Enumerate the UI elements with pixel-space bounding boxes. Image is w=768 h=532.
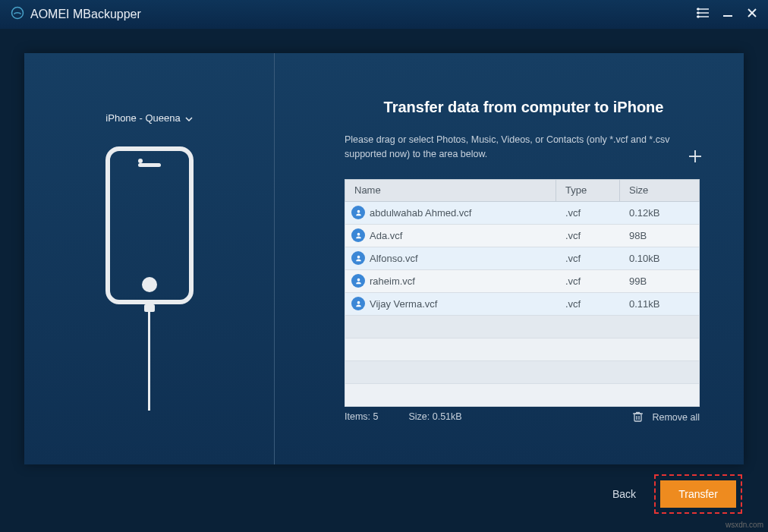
file-name: abdulwahab Ahmed.vcf bbox=[370, 207, 471, 219]
table-row-empty bbox=[345, 384, 700, 407]
file-size: 0.10kB bbox=[620, 253, 700, 264]
menu-list-icon[interactable] bbox=[697, 8, 709, 21]
col-type[interactable]: Type bbox=[556, 180, 620, 201]
file-type: .vcf bbox=[556, 253, 620, 264]
table-row[interactable]: Vijay Verma.vcf.vcf0.11kB bbox=[345, 293, 700, 316]
file-type: .vcf bbox=[556, 275, 620, 287]
main-card: iPhone - Queena Transfer data from compu… bbox=[24, 53, 744, 464]
footer-actions: Back Transfer bbox=[612, 474, 742, 514]
table-header: Name Type Size bbox=[345, 179, 700, 202]
device-name: iPhone - Queena bbox=[105, 112, 180, 124]
transfer-panel: Transfer data from computer to iPhone Pl… bbox=[275, 53, 744, 464]
close-icon[interactable] bbox=[747, 8, 757, 21]
svg-rect-12 bbox=[634, 414, 641, 421]
cable-plug-icon bbox=[144, 304, 155, 312]
svg-point-5 bbox=[697, 12, 699, 14]
file-name: Ada.vcf bbox=[370, 230, 402, 241]
svg-point-6 bbox=[697, 16, 699, 17]
svg-point-4 bbox=[697, 8, 699, 10]
transfer-highlight: Transfer bbox=[654, 474, 742, 514]
device-selector[interactable]: iPhone - Queena bbox=[105, 112, 192, 124]
back-button[interactable]: Back bbox=[612, 488, 636, 500]
minimize-icon[interactable] bbox=[722, 8, 733, 21]
total-size: Size: 0.51kB bbox=[408, 411, 461, 424]
add-files-button[interactable] bbox=[688, 149, 703, 167]
trash-icon[interactable] bbox=[633, 411, 643, 424]
app-logo-icon bbox=[11, 6, 24, 23]
file-type: .vcf bbox=[556, 298, 620, 310]
app-title: AOMEI MBackupper bbox=[30, 8, 141, 21]
remove-all-button[interactable]: Remove all bbox=[652, 412, 700, 423]
contact-icon bbox=[351, 251, 365, 265]
table-row[interactable]: abdulwahab Ahmed.vcf.vcf0.12kB bbox=[345, 202, 700, 225]
file-name: Vijay Verma.vcf bbox=[370, 298, 437, 310]
contact-icon bbox=[351, 297, 365, 310]
contact-icon bbox=[351, 228, 365, 242]
cable-icon bbox=[148, 312, 150, 411]
status-row: Items: 5 Size: 0.51kB Remove all bbox=[345, 411, 700, 424]
file-size: 0.12kB bbox=[620, 207, 700, 219]
items-count: Items: 5 bbox=[345, 411, 378, 424]
file-type: .vcf bbox=[556, 207, 620, 219]
phone-illustration bbox=[105, 146, 194, 304]
file-size: 99B bbox=[620, 275, 700, 287]
table-body: abdulwahab Ahmed.vcf.vcf0.12kBAda.vcf.vc… bbox=[345, 202, 700, 407]
table-row[interactable]: raheim.vcf.vcf99B bbox=[345, 270, 700, 293]
file-size: 0.11kB bbox=[620, 298, 700, 310]
table-row[interactable]: Alfonso.vcf.vcf0.10kB bbox=[345, 247, 700, 270]
table-row-empty bbox=[345, 338, 700, 361]
col-name[interactable]: Name bbox=[345, 180, 556, 201]
table-row-empty bbox=[345, 316, 700, 338]
file-name: Alfonso.vcf bbox=[370, 253, 418, 264]
transfer-button[interactable]: Transfer bbox=[660, 480, 736, 508]
file-size: 98B bbox=[620, 230, 700, 241]
file-name: raheim.vcf bbox=[370, 275, 415, 287]
file-table: Name Type Size abdulwahab Ahmed.vcf.vcf0… bbox=[345, 179, 700, 407]
table-row[interactable]: Ada.vcf.vcf98B bbox=[345, 225, 700, 247]
device-panel: iPhone - Queena bbox=[24, 53, 275, 464]
table-row-empty bbox=[345, 361, 700, 384]
contact-icon bbox=[351, 206, 365, 219]
col-size[interactable]: Size bbox=[620, 180, 700, 201]
contact-icon bbox=[351, 274, 365, 288]
chevron-down-icon bbox=[185, 112, 193, 124]
panel-subtitle: Please drag or select Photos, Music, Vid… bbox=[345, 133, 671, 162]
file-type: .vcf bbox=[556, 230, 620, 241]
watermark: wsxdn.com bbox=[726, 521, 763, 529]
panel-title: Transfer data from computer to iPhone bbox=[345, 99, 703, 116]
titlebar: AOMEI MBackupper bbox=[0, 0, 768, 29]
